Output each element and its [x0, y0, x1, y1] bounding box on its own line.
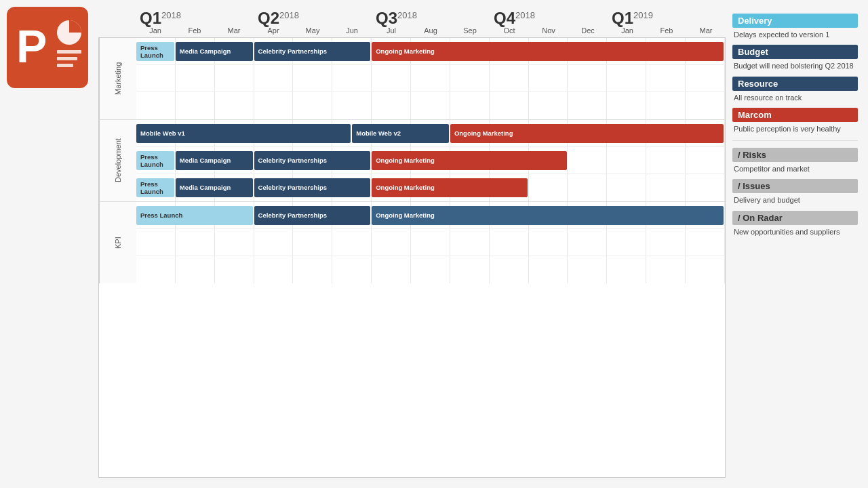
- col-line: [136, 229, 176, 256]
- quarter-label-1: Q22018: [254, 10, 299, 26]
- sidebar-text-3: Public perception is very healthy: [732, 124, 858, 134]
- col-lines: [136, 65, 725, 92]
- gantt-area: Q12018JanFebMarQ22018AprMayJunQ32018JulA…: [98, 10, 726, 478]
- month-label-2-0: Jul: [372, 26, 411, 35]
- gantt-grid: MarketingPress LaunchMedia CampaignCeleb…: [98, 37, 726, 478]
- col-line: [372, 256, 411, 283]
- col-line: [490, 256, 529, 283]
- svg-text:P: P: [16, 20, 47, 72]
- col-line: [607, 174, 646, 201]
- main-container: Q12018JanFebMarQ22018AprMayJunQ32018JulA…: [0, 0, 868, 488]
- col-line: [254, 65, 294, 92]
- gantt-row-2-2: [136, 256, 725, 283]
- sidebar-text-5: Delivery and budget: [732, 195, 858, 205]
- col-line: [607, 92, 646, 119]
- quarter-label-4: Q12019: [608, 10, 653, 26]
- quarter-months-3: OctNovDec: [490, 26, 608, 35]
- bar-1-2-0: Press Launch: [136, 178, 174, 197]
- sidebar-badge-1: Budget: [732, 45, 858, 59]
- section-1: DevelopmentMobile Web v1Mobile Web v2Ong…: [99, 120, 725, 202]
- col-line: [686, 65, 725, 92]
- col-line: [686, 256, 725, 283]
- col-line: [411, 92, 450, 119]
- quarter-label-3: Q42018: [490, 10, 535, 26]
- section-label-0: Marketing: [99, 38, 136, 119]
- col-lines: [136, 229, 725, 256]
- col-line: [411, 65, 450, 92]
- col-line: [568, 65, 607, 92]
- col-line: [646, 92, 686, 119]
- month-label-1-0: Apr: [254, 26, 293, 35]
- gantt-row-1-1: Press LaunchMedia CampaignCelebrity Part…: [136, 147, 725, 174]
- col-line: [215, 92, 254, 119]
- col-line: [136, 256, 176, 283]
- bar-1-2-3: Ongoing Marketing: [372, 178, 527, 197]
- col-line: [607, 147, 646, 174]
- sidebar-item-6: / On RadarNew opportunities and supplier…: [732, 211, 858, 237]
- gantt-row-2-1: [136, 229, 725, 256]
- quarter-group-0: Q12018JanFebMar: [136, 10, 254, 35]
- col-line: [686, 147, 725, 174]
- col-line: [529, 256, 568, 283]
- col-line: [568, 147, 607, 174]
- svg-rect-4: [57, 64, 73, 67]
- col-line: [686, 92, 725, 119]
- col-line: [686, 174, 725, 201]
- sidebar-item-5: / IssuesDelivery and budget: [732, 179, 858, 205]
- col-line: [450, 92, 490, 119]
- bar-1-0-2: Ongoing Marketing: [450, 124, 724, 143]
- col-line: [490, 65, 529, 92]
- col-line: [176, 229, 215, 256]
- col-line: [529, 92, 568, 119]
- col-line: [607, 65, 646, 92]
- col-line: [332, 92, 372, 119]
- col-line: [254, 229, 294, 256]
- col-line: [568, 229, 607, 256]
- col-line: [646, 256, 686, 283]
- bar-1-1-2: Celebrity Partnerships: [254, 151, 371, 170]
- col-line: [411, 229, 450, 256]
- sidebar-text-4: Competitor and market: [732, 164, 858, 174]
- gantt-row-1-0: Mobile Web v1Mobile Web v2Ongoing Market…: [136, 120, 725, 147]
- quarter-months-2: JulAugSep: [372, 26, 490, 35]
- bar-1-2-1: Media Campaign: [176, 178, 253, 197]
- bar-0-0-1: Media Campaign: [176, 42, 253, 61]
- month-label-3-0: Oct: [490, 26, 529, 35]
- col-line: [450, 65, 490, 92]
- col-line: [176, 65, 215, 92]
- section-rows-1: Mobile Web v1Mobile Web v2Ongoing Market…: [136, 120, 725, 201]
- col-line: [490, 229, 529, 256]
- sidebar-badge-2: Resource: [732, 77, 858, 91]
- sidebar-text-1: Budget will need bolstering Q2 2018: [732, 61, 858, 70]
- col-line: [293, 256, 332, 283]
- col-line: [215, 229, 254, 256]
- quarter-group-3: Q42018OctNovDec: [490, 10, 608, 35]
- col-line: [176, 92, 215, 119]
- section-rows-2: Press LaunchCelebrity PartnershipsOngoin…: [136, 202, 725, 283]
- month-label-0-1: Feb: [175, 26, 214, 35]
- sidebar-divider: [732, 140, 858, 141]
- quarter-group-2: Q32018JulAugSep: [372, 10, 490, 35]
- month-label-0-0: Jan: [136, 26, 175, 35]
- sidebar-badge-5: / Issues: [732, 179, 858, 193]
- section-2: KPIPress LaunchCelebrity PartnershipsOng…: [99, 202, 725, 283]
- col-line: [450, 229, 490, 256]
- col-line: [136, 65, 176, 92]
- sidebar-text-2: All resource on track: [732, 93, 858, 102]
- quarter-months-1: AprMayJun: [254, 26, 372, 35]
- col-lines: [136, 256, 725, 283]
- gantt-row-0-1: [136, 65, 725, 92]
- month-label-4-1: Feb: [647, 26, 686, 35]
- section-label-1: Development: [99, 120, 136, 201]
- col-line: [450, 256, 490, 283]
- quarter-months-0: JanFebMar: [136, 26, 254, 35]
- col-line: [372, 92, 411, 119]
- col-line: [136, 92, 176, 119]
- sidebar-badge-0: Delivery: [732, 14, 858, 28]
- col-line: [529, 229, 568, 256]
- sidebar-item-0: DeliveryDelays expected to version 1: [732, 14, 858, 39]
- section-rows-0: Press LaunchMedia CampaignCelebrity Part…: [136, 38, 725, 119]
- col-line: [529, 174, 568, 201]
- col-line: [646, 65, 686, 92]
- col-line: [568, 174, 607, 201]
